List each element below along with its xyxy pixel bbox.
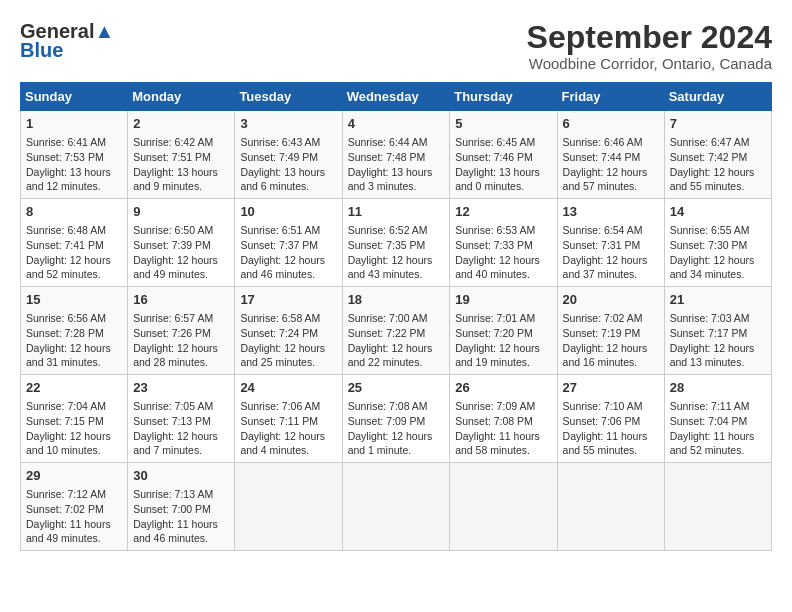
header-row: SundayMondayTuesdayWednesdayThursdayFrid… (21, 83, 772, 111)
day-number: 5 (455, 115, 551, 133)
sunrise-text: Sunrise: 7:04 AM (26, 400, 106, 412)
day-number: 6 (563, 115, 659, 133)
sunrise-text: Sunrise: 6:50 AM (133, 224, 213, 236)
calendar-cell: 10Sunrise: 6:51 AMSunset: 7:37 PMDayligh… (235, 199, 342, 287)
calendar-cell: 29Sunrise: 7:12 AMSunset: 7:02 PMDayligh… (21, 462, 128, 550)
sunset-text: Sunset: 7:24 PM (240, 327, 318, 339)
header-friday: Friday (557, 83, 664, 111)
sunset-text: Sunset: 7:26 PM (133, 327, 211, 339)
sunset-text: Sunset: 7:33 PM (455, 239, 533, 251)
calendar-cell: 11Sunrise: 6:52 AMSunset: 7:35 PMDayligh… (342, 199, 450, 287)
sunrise-text: Sunrise: 6:47 AM (670, 136, 750, 148)
sunset-text: Sunset: 7:13 PM (133, 415, 211, 427)
calendar-cell: 23Sunrise: 7:05 AMSunset: 7:13 PMDayligh… (128, 375, 235, 463)
day-number: 16 (133, 291, 229, 309)
day-number: 23 (133, 379, 229, 397)
header-tuesday: Tuesday (235, 83, 342, 111)
sunrise-text: Sunrise: 6:44 AM (348, 136, 428, 148)
sunrise-text: Sunrise: 7:09 AM (455, 400, 535, 412)
calendar-cell (664, 462, 771, 550)
title-block: September 2024 Woodbine Corridor, Ontari… (527, 20, 772, 72)
sunset-text: Sunset: 7:35 PM (348, 239, 426, 251)
daylight-text: Daylight: 12 hours and 10 minutes. (26, 430, 111, 457)
sunset-text: Sunset: 7:19 PM (563, 327, 641, 339)
sunset-text: Sunset: 7:20 PM (455, 327, 533, 339)
calendar-cell (342, 462, 450, 550)
day-number: 12 (455, 203, 551, 221)
daylight-text: Daylight: 12 hours and 46 minutes. (240, 254, 325, 281)
day-number: 2 (133, 115, 229, 133)
calendar-cell: 12Sunrise: 6:53 AMSunset: 7:33 PMDayligh… (450, 199, 557, 287)
day-number: 29 (26, 467, 122, 485)
daylight-text: Daylight: 12 hours and 28 minutes. (133, 342, 218, 369)
sunset-text: Sunset: 7:09 PM (348, 415, 426, 427)
daylight-text: Daylight: 11 hours and 58 minutes. (455, 430, 540, 457)
sunset-text: Sunset: 7:15 PM (26, 415, 104, 427)
calendar-cell: 24Sunrise: 7:06 AMSunset: 7:11 PMDayligh… (235, 375, 342, 463)
sunrise-text: Sunrise: 7:12 AM (26, 488, 106, 500)
sunrise-text: Sunrise: 6:48 AM (26, 224, 106, 236)
day-number: 26 (455, 379, 551, 397)
sunset-text: Sunset: 7:22 PM (348, 327, 426, 339)
calendar-cell: 26Sunrise: 7:09 AMSunset: 7:08 PMDayligh… (450, 375, 557, 463)
day-number: 13 (563, 203, 659, 221)
sunrise-text: Sunrise: 7:13 AM (133, 488, 213, 500)
day-number: 15 (26, 291, 122, 309)
day-number: 28 (670, 379, 766, 397)
daylight-text: Daylight: 11 hours and 49 minutes. (26, 518, 111, 545)
daylight-text: Daylight: 12 hours and 43 minutes. (348, 254, 433, 281)
calendar-cell: 28Sunrise: 7:11 AMSunset: 7:04 PMDayligh… (664, 375, 771, 463)
daylight-text: Daylight: 11 hours and 46 minutes. (133, 518, 218, 545)
sunrise-text: Sunrise: 7:01 AM (455, 312, 535, 324)
sunrise-text: Sunrise: 6:55 AM (670, 224, 750, 236)
daylight-text: Daylight: 12 hours and 49 minutes. (133, 254, 218, 281)
sunrise-text: Sunrise: 7:10 AM (563, 400, 643, 412)
header-saturday: Saturday (664, 83, 771, 111)
calendar-cell: 1Sunrise: 6:41 AMSunset: 7:53 PMDaylight… (21, 111, 128, 199)
calendar-cell: 13Sunrise: 6:54 AMSunset: 7:31 PMDayligh… (557, 199, 664, 287)
calendar-week-2: 8Sunrise: 6:48 AMSunset: 7:41 PMDaylight… (21, 199, 772, 287)
day-number: 4 (348, 115, 445, 133)
day-number: 24 (240, 379, 336, 397)
day-number: 30 (133, 467, 229, 485)
calendar-cell: 3Sunrise: 6:43 AMSunset: 7:49 PMDaylight… (235, 111, 342, 199)
header-wednesday: Wednesday (342, 83, 450, 111)
day-number: 27 (563, 379, 659, 397)
sunset-text: Sunset: 7:06 PM (563, 415, 641, 427)
calendar-cell: 25Sunrise: 7:08 AMSunset: 7:09 PMDayligh… (342, 375, 450, 463)
sunrise-text: Sunrise: 6:54 AM (563, 224, 643, 236)
day-number: 11 (348, 203, 445, 221)
day-number: 20 (563, 291, 659, 309)
daylight-text: Daylight: 12 hours and 37 minutes. (563, 254, 648, 281)
sunrise-text: Sunrise: 7:11 AM (670, 400, 750, 412)
daylight-text: Daylight: 12 hours and 57 minutes. (563, 166, 648, 193)
calendar-cell (450, 462, 557, 550)
sunrise-text: Sunrise: 6:53 AM (455, 224, 535, 236)
daylight-text: Daylight: 11 hours and 52 minutes. (670, 430, 755, 457)
calendar-cell (235, 462, 342, 550)
daylight-text: Daylight: 12 hours and 34 minutes. (670, 254, 755, 281)
sunrise-text: Sunrise: 6:43 AM (240, 136, 320, 148)
sunrise-text: Sunrise: 7:02 AM (563, 312, 643, 324)
calendar-cell: 5Sunrise: 6:45 AMSunset: 7:46 PMDaylight… (450, 111, 557, 199)
sunset-text: Sunset: 7:11 PM (240, 415, 318, 427)
sunrise-text: Sunrise: 7:06 AM (240, 400, 320, 412)
day-number: 18 (348, 291, 445, 309)
sunset-text: Sunset: 7:39 PM (133, 239, 211, 251)
daylight-text: Daylight: 12 hours and 31 minutes. (26, 342, 111, 369)
sunrise-text: Sunrise: 6:56 AM (26, 312, 106, 324)
daylight-text: Daylight: 12 hours and 7 minutes. (133, 430, 218, 457)
calendar-cell: 27Sunrise: 7:10 AMSunset: 7:06 PMDayligh… (557, 375, 664, 463)
daylight-text: Daylight: 12 hours and 40 minutes. (455, 254, 540, 281)
sunset-text: Sunset: 7:51 PM (133, 151, 211, 163)
day-number: 25 (348, 379, 445, 397)
sunset-text: Sunset: 7:42 PM (670, 151, 748, 163)
day-number: 22 (26, 379, 122, 397)
sunset-text: Sunset: 7:17 PM (670, 327, 748, 339)
calendar-cell: 30Sunrise: 7:13 AMSunset: 7:00 PMDayligh… (128, 462, 235, 550)
daylight-text: Daylight: 12 hours and 22 minutes. (348, 342, 433, 369)
sunrise-text: Sunrise: 6:51 AM (240, 224, 320, 236)
sunset-text: Sunset: 7:02 PM (26, 503, 104, 515)
calendar-cell: 6Sunrise: 6:46 AMSunset: 7:44 PMDaylight… (557, 111, 664, 199)
day-number: 17 (240, 291, 336, 309)
